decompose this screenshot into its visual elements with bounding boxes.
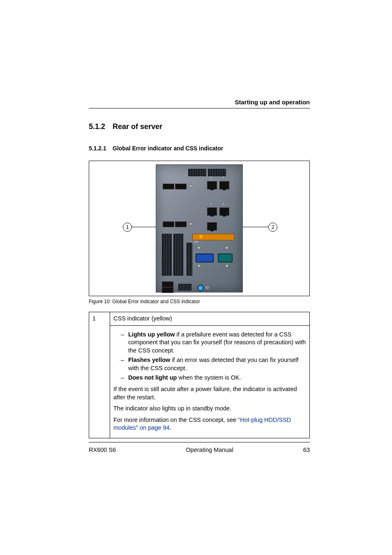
usb-port — [162, 281, 173, 287]
mgmt-port — [207, 222, 217, 230]
section-heading: 5.1.2 Rear of server — [89, 122, 310, 131]
section-number: 5.1.2 — [89, 122, 113, 131]
id-button-icon — [197, 285, 204, 291]
subsection-heading: 5.1.2.1 Global Error indicator and CSS i… — [89, 145, 310, 152]
usb-port — [163, 221, 174, 227]
vga-port-icon — [196, 253, 214, 263]
indicator-description: Lights up yellow if a prefailure event w… — [110, 325, 310, 438]
list-item: Flashes yellow if an error was detected … — [121, 356, 306, 372]
paragraph: For more information on the CSS concept,… — [113, 416, 306, 432]
running-header: Starting up and operation — [89, 99, 310, 108]
ethernet-port — [219, 181, 229, 189]
usb-port — [175, 221, 187, 227]
usb-port — [162, 287, 173, 293]
footer-center: Operating Manual — [186, 447, 233, 453]
list-item: Lights up yellow if a prefailure event w… — [121, 331, 306, 355]
eth-label-2: 2 — [210, 176, 212, 179]
led-strip — [192, 234, 234, 240]
eth-label-3: 3 — [223, 203, 224, 205]
indicator-table: 1 CSS indicator (yellow) Lights up yello… — [89, 312, 310, 438]
eth-label-1: 1 — [223, 176, 224, 179]
css-led-icon — [200, 235, 203, 238]
section-title: Rear of server — [113, 122, 162, 131]
figure-frame: 1 2 2 1 4 3 — [89, 161, 310, 296]
callout-2: 2 — [268, 223, 277, 232]
ethernet-port — [219, 207, 229, 216]
usb-port — [163, 184, 174, 189]
figure-caption: Figure 10: Global Error indicator and CS… — [89, 299, 310, 304]
footer-left: RX600 S6 — [89, 447, 116, 453]
ethernet-port — [207, 181, 217, 189]
ethernet-port — [207, 207, 217, 216]
global-error-led-icon — [206, 235, 209, 238]
server-rear-panel-photo: 2 1 4 3 LSa — [156, 164, 243, 292]
page-footer: RX600 S6 Operating Manual 63 — [89, 442, 310, 453]
callout-1: 1 — [123, 223, 132, 232]
indicator-title: CSS indicator (yellow) — [110, 312, 310, 326]
subsection-title: Global Error indicator and CSS indicator — [113, 145, 223, 152]
lsa-label: LSa — [194, 240, 198, 243]
subsection-number: 5.1.2.1 — [89, 145, 113, 152]
list-item: Does not light up when the system is OK. — [121, 374, 306, 382]
usb-port — [175, 184, 187, 189]
id-label: ID — [205, 286, 209, 290]
eth-label-4: 4 — [210, 203, 212, 205]
paragraph: The indicator also lights up in standby … — [113, 405, 306, 413]
serial-port-icon — [218, 253, 233, 263]
table-row-index: 1 — [89, 312, 110, 438]
footer-right: 63 — [303, 447, 310, 453]
paragraph: If the event is still acute after a powe… — [113, 385, 306, 401]
